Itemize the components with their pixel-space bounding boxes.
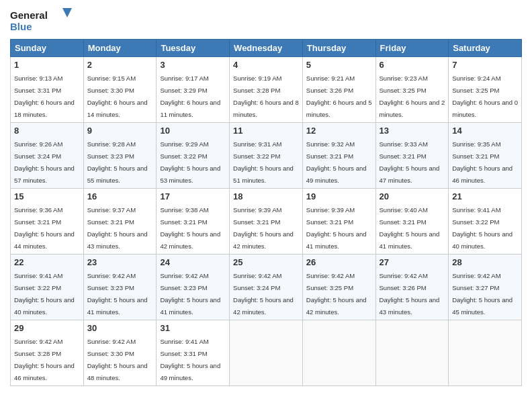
logo: General Blue xyxy=(10,7,74,35)
calendar-cell: 27 Sunrise: 9:42 AMSunset: 3:26 PMDaylig… xyxy=(375,255,449,320)
day-number: 16 xyxy=(87,191,153,201)
weekday-header-tuesday: Tuesday xyxy=(157,40,230,57)
day-number: 7 xyxy=(452,60,518,70)
calendar-week-row: 8 Sunrise: 9:26 AMSunset: 3:24 PMDayligh… xyxy=(11,123,522,189)
day-number: 27 xyxy=(380,257,445,267)
svg-text:Blue: Blue xyxy=(10,21,32,32)
page: General Blue SundayMondayTuesdayWednesda… xyxy=(0,0,532,411)
day-info: Sunrise: 9:42 AMSunset: 3:23 PMDaylight:… xyxy=(87,272,148,316)
calendar-cell: 17 Sunrise: 9:38 AMSunset: 3:21 PMDaylig… xyxy=(157,189,230,255)
weekday-header-sunday: Sunday xyxy=(11,40,84,57)
day-number: 15 xyxy=(14,191,80,201)
day-number: 21 xyxy=(452,191,518,201)
calendar-cell: 31 Sunrise: 9:41 AMSunset: 3:31 PMDaylig… xyxy=(157,320,230,386)
day-number: 18 xyxy=(233,191,299,201)
svg-text:General: General xyxy=(10,9,48,21)
day-number: 28 xyxy=(452,257,518,267)
calendar-cell xyxy=(230,320,303,386)
day-number: 6 xyxy=(380,60,445,70)
calendar-cell: 21 Sunrise: 9:41 AMSunset: 3:22 PMDaylig… xyxy=(449,189,522,255)
day-info: Sunrise: 9:41 AMSunset: 3:22 PMDaylight:… xyxy=(452,206,513,250)
day-number: 17 xyxy=(160,191,226,201)
header: General Blue xyxy=(10,7,522,35)
calendar-cell: 1 Sunrise: 9:13 AMSunset: 3:31 PMDayligh… xyxy=(11,57,84,123)
day-info: Sunrise: 9:36 AMSunset: 3:21 PMDaylight:… xyxy=(14,206,75,250)
day-info: Sunrise: 9:42 AMSunset: 3:27 PMDaylight:… xyxy=(452,272,513,316)
day-number: 1 xyxy=(14,60,80,70)
calendar-cell: 15 Sunrise: 9:36 AMSunset: 3:21 PMDaylig… xyxy=(11,189,84,255)
calendar-cell: 25 Sunrise: 9:42 AMSunset: 3:24 PMDaylig… xyxy=(230,255,303,320)
day-number: 23 xyxy=(87,257,153,267)
day-number: 3 xyxy=(160,60,226,70)
calendar-cell: 11 Sunrise: 9:31 AMSunset: 3:22 PMDaylig… xyxy=(230,123,303,189)
calendar-cell: 9 Sunrise: 9:28 AMSunset: 3:23 PMDayligh… xyxy=(83,123,157,189)
calendar-week-row: 15 Sunrise: 9:36 AMSunset: 3:21 PMDaylig… xyxy=(11,189,522,255)
day-info: Sunrise: 9:35 AMSunset: 3:21 PMDaylight:… xyxy=(452,140,513,184)
day-number: 10 xyxy=(160,126,226,136)
calendar-cell: 13 Sunrise: 9:33 AMSunset: 3:21 PMDaylig… xyxy=(375,123,449,189)
day-info: Sunrise: 9:24 AMSunset: 3:25 PMDaylight:… xyxy=(452,75,518,118)
day-info: Sunrise: 9:26 AMSunset: 3:24 PMDaylight:… xyxy=(14,140,75,184)
day-info: Sunrise: 9:15 AMSunset: 3:30 PMDaylight:… xyxy=(87,75,148,118)
day-info: Sunrise: 9:39 AMSunset: 3:21 PMDaylight:… xyxy=(233,206,294,250)
calendar-cell: 18 Sunrise: 9:39 AMSunset: 3:21 PMDaylig… xyxy=(230,189,303,255)
calendar-cell: 20 Sunrise: 9:40 AMSunset: 3:21 PMDaylig… xyxy=(375,189,449,255)
day-info: Sunrise: 9:23 AMSunset: 3:25 PMDaylight:… xyxy=(380,75,445,118)
calendar-cell: 6 Sunrise: 9:23 AMSunset: 3:25 PMDayligh… xyxy=(375,57,449,123)
day-number: 2 xyxy=(87,60,153,70)
day-info: Sunrise: 9:19 AMSunset: 3:28 PMDaylight:… xyxy=(233,75,299,118)
day-number: 13 xyxy=(380,126,445,136)
day-number: 25 xyxy=(233,257,299,267)
day-info: Sunrise: 9:42 AMSunset: 3:24 PMDaylight:… xyxy=(233,272,294,316)
day-info: Sunrise: 9:41 AMSunset: 3:22 PMDaylight:… xyxy=(14,272,75,316)
calendar-cell: 28 Sunrise: 9:42 AMSunset: 3:27 PMDaylig… xyxy=(449,255,522,320)
calendar-cell: 19 Sunrise: 9:39 AMSunset: 3:21 PMDaylig… xyxy=(302,189,375,255)
logo-svg: General Blue xyxy=(10,7,74,35)
weekday-header-thursday: Thursday xyxy=(302,40,375,57)
day-number: 14 xyxy=(452,126,518,136)
calendar-week-row: 29 Sunrise: 9:42 AMSunset: 3:28 PMDaylig… xyxy=(11,320,522,386)
weekday-header-saturday: Saturday xyxy=(449,40,522,57)
weekday-header-row: SundayMondayTuesdayWednesdayThursdayFrid… xyxy=(11,40,522,57)
day-info: Sunrise: 9:42 AMSunset: 3:30 PMDaylight:… xyxy=(87,338,148,381)
calendar-cell xyxy=(449,320,522,386)
weekday-header-monday: Monday xyxy=(83,40,157,57)
day-info: Sunrise: 9:31 AMSunset: 3:22 PMDaylight:… xyxy=(233,140,294,184)
calendar-cell xyxy=(302,320,375,386)
calendar-week-row: 22 Sunrise: 9:41 AMSunset: 3:22 PMDaylig… xyxy=(11,255,522,320)
day-info: Sunrise: 9:21 AMSunset: 3:26 PMDaylight:… xyxy=(306,75,372,118)
weekday-header-friday: Friday xyxy=(375,40,449,57)
day-info: Sunrise: 9:42 AMSunset: 3:25 PMDaylight:… xyxy=(306,272,367,316)
calendar-cell: 29 Sunrise: 9:42 AMSunset: 3:28 PMDaylig… xyxy=(11,320,84,386)
day-info: Sunrise: 9:17 AMSunset: 3:29 PMDaylight:… xyxy=(160,75,220,118)
day-number: 26 xyxy=(306,257,372,267)
calendar-cell: 22 Sunrise: 9:41 AMSunset: 3:22 PMDaylig… xyxy=(11,255,84,320)
weekday-header-wednesday: Wednesday xyxy=(230,40,303,57)
day-info: Sunrise: 9:37 AMSunset: 3:21 PMDaylight:… xyxy=(87,206,148,250)
day-info: Sunrise: 9:41 AMSunset: 3:31 PMDaylight:… xyxy=(160,338,220,381)
calendar-cell: 14 Sunrise: 9:35 AMSunset: 3:21 PMDaylig… xyxy=(449,123,522,189)
day-info: Sunrise: 9:13 AMSunset: 3:31 PMDaylight:… xyxy=(14,75,75,118)
day-number: 29 xyxy=(14,323,80,333)
calendar-cell: 4 Sunrise: 9:19 AMSunset: 3:28 PMDayligh… xyxy=(230,57,303,123)
calendar-cell: 7 Sunrise: 9:24 AMSunset: 3:25 PMDayligh… xyxy=(449,57,522,123)
calendar-cell: 8 Sunrise: 9:26 AMSunset: 3:24 PMDayligh… xyxy=(11,123,84,189)
calendar-cell: 5 Sunrise: 9:21 AMSunset: 3:26 PMDayligh… xyxy=(302,57,375,123)
calendar-cell: 10 Sunrise: 9:29 AMSunset: 3:22 PMDaylig… xyxy=(157,123,230,189)
calendar-cell: 2 Sunrise: 9:15 AMSunset: 3:30 PMDayligh… xyxy=(83,57,157,123)
calendar-cell: 30 Sunrise: 9:42 AMSunset: 3:30 PMDaylig… xyxy=(83,320,157,386)
day-info: Sunrise: 9:40 AMSunset: 3:21 PMDaylight:… xyxy=(380,206,440,250)
day-info: Sunrise: 9:32 AMSunset: 3:21 PMDaylight:… xyxy=(306,140,367,184)
calendar-cell: 16 Sunrise: 9:37 AMSunset: 3:21 PMDaylig… xyxy=(83,189,157,255)
day-number: 12 xyxy=(306,126,372,136)
calendar-cell xyxy=(375,320,449,386)
day-number: 11 xyxy=(233,126,299,136)
day-number: 22 xyxy=(14,257,80,267)
day-info: Sunrise: 9:42 AMSunset: 3:28 PMDaylight:… xyxy=(14,338,75,381)
day-number: 4 xyxy=(233,60,299,70)
day-info: Sunrise: 9:42 AMSunset: 3:23 PMDaylight:… xyxy=(160,272,220,316)
day-number: 30 xyxy=(87,323,153,333)
day-number: 24 xyxy=(160,257,226,267)
day-number: 5 xyxy=(306,60,372,70)
calendar-cell: 3 Sunrise: 9:17 AMSunset: 3:29 PMDayligh… xyxy=(157,57,230,123)
